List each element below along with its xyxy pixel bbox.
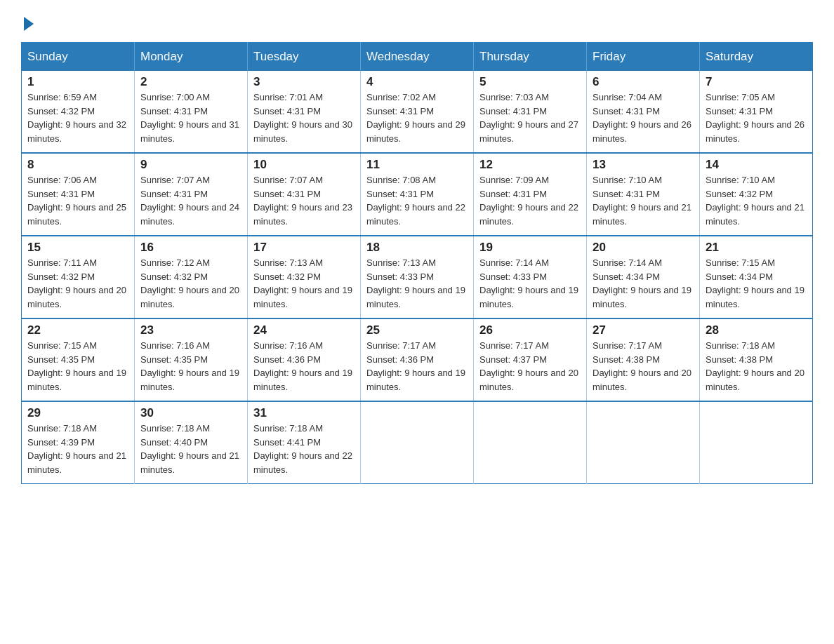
day-number: 23 xyxy=(140,323,241,337)
day-number: 11 xyxy=(366,158,468,172)
weekday-header-row: SundayMondayTuesdayWednesdayThursdayFrid… xyxy=(22,43,813,72)
day-info: Sunrise: 7:17 AMSunset: 4:36 PMDaylight:… xyxy=(366,340,465,392)
week-row-4: 22 Sunrise: 7:15 AMSunset: 4:35 PMDaylig… xyxy=(22,318,813,401)
calendar-cell xyxy=(700,401,813,484)
week-row-3: 15 Sunrise: 7:11 AMSunset: 4:32 PMDaylig… xyxy=(22,236,813,318)
day-number: 24 xyxy=(253,323,355,337)
calendar-cell: 21 Sunrise: 7:15 AMSunset: 4:34 PMDaylig… xyxy=(700,236,813,318)
calendar-cell: 15 Sunrise: 7:11 AMSunset: 4:32 PMDaylig… xyxy=(22,236,135,318)
page-header xyxy=(21,14,813,28)
day-number: 18 xyxy=(366,241,468,255)
logo xyxy=(21,14,34,28)
day-info: Sunrise: 7:18 AMSunset: 4:41 PMDaylight:… xyxy=(253,423,352,475)
week-row-1: 1 Sunrise: 6:59 AMSunset: 4:32 PMDayligh… xyxy=(22,71,813,153)
calendar-cell: 28 Sunrise: 7:18 AMSunset: 4:38 PMDaylig… xyxy=(700,318,813,401)
calendar-cell: 6 Sunrise: 7:04 AMSunset: 4:31 PMDayligh… xyxy=(587,71,700,153)
calendar-cell: 16 Sunrise: 7:12 AMSunset: 4:32 PMDaylig… xyxy=(135,236,248,318)
day-number: 1 xyxy=(27,75,128,89)
calendar-cell: 31 Sunrise: 7:18 AMSunset: 4:41 PMDaylig… xyxy=(248,401,361,484)
day-number: 5 xyxy=(479,75,581,89)
day-number: 31 xyxy=(253,406,355,420)
day-number: 9 xyxy=(140,158,241,172)
week-row-5: 29 Sunrise: 7:18 AMSunset: 4:39 PMDaylig… xyxy=(22,401,813,484)
weekday-header-sunday: Sunday xyxy=(22,43,135,72)
day-info: Sunrise: 7:17 AMSunset: 4:37 PMDaylight:… xyxy=(479,340,578,392)
calendar-cell: 24 Sunrise: 7:16 AMSunset: 4:36 PMDaylig… xyxy=(248,318,361,401)
calendar-cell: 2 Sunrise: 7:00 AMSunset: 4:31 PMDayligh… xyxy=(135,71,248,153)
day-info: Sunrise: 7:05 AMSunset: 4:31 PMDaylight:… xyxy=(706,92,805,144)
day-info: Sunrise: 7:17 AMSunset: 4:38 PMDaylight:… xyxy=(593,340,691,392)
calendar-table: SundayMondayTuesdayWednesdayThursdayFrid… xyxy=(21,42,813,484)
day-number: 12 xyxy=(479,158,581,172)
day-number: 25 xyxy=(366,323,468,337)
day-info: Sunrise: 7:06 AMSunset: 4:31 PMDaylight:… xyxy=(27,175,126,227)
day-info: Sunrise: 7:18 AMSunset: 4:40 PMDaylight:… xyxy=(140,423,239,475)
week-row-2: 8 Sunrise: 7:06 AMSunset: 4:31 PMDayligh… xyxy=(22,153,813,236)
day-number: 17 xyxy=(253,241,355,255)
calendar-cell: 20 Sunrise: 7:14 AMSunset: 4:34 PMDaylig… xyxy=(587,236,700,318)
calendar-cell: 14 Sunrise: 7:10 AMSunset: 4:32 PMDaylig… xyxy=(700,153,813,236)
calendar-cell xyxy=(361,401,474,484)
day-info: Sunrise: 7:10 AMSunset: 4:31 PMDaylight:… xyxy=(593,175,691,227)
calendar-cell: 27 Sunrise: 7:17 AMSunset: 4:38 PMDaylig… xyxy=(587,318,700,401)
weekday-header-saturday: Saturday xyxy=(700,43,813,72)
day-number: 26 xyxy=(479,323,581,337)
calendar-cell: 25 Sunrise: 7:17 AMSunset: 4:36 PMDaylig… xyxy=(361,318,474,401)
day-number: 27 xyxy=(593,323,694,337)
day-info: Sunrise: 7:15 AMSunset: 4:35 PMDaylight:… xyxy=(27,340,126,392)
day-number: 2 xyxy=(140,75,241,89)
weekday-header-thursday: Thursday xyxy=(474,43,587,72)
day-info: Sunrise: 7:13 AMSunset: 4:32 PMDaylight:… xyxy=(253,257,352,309)
day-number: 29 xyxy=(27,406,128,420)
day-info: Sunrise: 7:16 AMSunset: 4:35 PMDaylight:… xyxy=(140,340,239,392)
day-number: 20 xyxy=(593,241,694,255)
calendar-cell xyxy=(587,401,700,484)
day-info: Sunrise: 7:10 AMSunset: 4:32 PMDaylight:… xyxy=(706,175,805,227)
calendar-cell: 11 Sunrise: 7:08 AMSunset: 4:31 PMDaylig… xyxy=(361,153,474,236)
day-info: Sunrise: 7:00 AMSunset: 4:31 PMDaylight:… xyxy=(140,92,239,144)
day-info: Sunrise: 7:09 AMSunset: 4:31 PMDaylight:… xyxy=(479,175,578,227)
calendar-cell: 3 Sunrise: 7:01 AMSunset: 4:31 PMDayligh… xyxy=(248,71,361,153)
day-info: Sunrise: 7:15 AMSunset: 4:34 PMDaylight:… xyxy=(706,257,805,309)
calendar-cell: 10 Sunrise: 7:07 AMSunset: 4:31 PMDaylig… xyxy=(248,153,361,236)
day-number: 30 xyxy=(140,406,241,420)
calendar-cell: 30 Sunrise: 7:18 AMSunset: 4:40 PMDaylig… xyxy=(135,401,248,484)
calendar-cell: 9 Sunrise: 7:07 AMSunset: 4:31 PMDayligh… xyxy=(135,153,248,236)
calendar-cell: 29 Sunrise: 7:18 AMSunset: 4:39 PMDaylig… xyxy=(22,401,135,484)
calendar-cell: 23 Sunrise: 7:16 AMSunset: 4:35 PMDaylig… xyxy=(135,318,248,401)
day-number: 28 xyxy=(706,323,807,337)
day-number: 14 xyxy=(706,158,807,172)
calendar-cell xyxy=(474,401,587,484)
weekday-header-tuesday: Tuesday xyxy=(248,43,361,72)
day-info: Sunrise: 7:12 AMSunset: 4:32 PMDaylight:… xyxy=(140,257,239,309)
day-number: 4 xyxy=(366,75,468,89)
day-info: Sunrise: 7:18 AMSunset: 4:38 PMDaylight:… xyxy=(706,340,805,392)
day-number: 13 xyxy=(593,158,694,172)
day-number: 7 xyxy=(706,75,807,89)
calendar-cell: 12 Sunrise: 7:09 AMSunset: 4:31 PMDaylig… xyxy=(474,153,587,236)
calendar-cell: 18 Sunrise: 7:13 AMSunset: 4:33 PMDaylig… xyxy=(361,236,474,318)
calendar-cell: 8 Sunrise: 7:06 AMSunset: 4:31 PMDayligh… xyxy=(22,153,135,236)
calendar-cell: 22 Sunrise: 7:15 AMSunset: 4:35 PMDaylig… xyxy=(22,318,135,401)
calendar-cell: 5 Sunrise: 7:03 AMSunset: 4:31 PMDayligh… xyxy=(474,71,587,153)
day-info: Sunrise: 7:08 AMSunset: 4:31 PMDaylight:… xyxy=(366,175,465,227)
day-number: 8 xyxy=(27,158,128,172)
day-info: Sunrise: 7:07 AMSunset: 4:31 PMDaylight:… xyxy=(140,175,239,227)
day-info: Sunrise: 7:16 AMSunset: 4:36 PMDaylight:… xyxy=(253,340,352,392)
logo-arrow-icon xyxy=(24,17,34,31)
calendar-cell: 7 Sunrise: 7:05 AMSunset: 4:31 PMDayligh… xyxy=(700,71,813,153)
weekday-header-friday: Friday xyxy=(587,43,700,72)
day-info: Sunrise: 7:11 AMSunset: 4:32 PMDaylight:… xyxy=(27,257,126,309)
day-number: 15 xyxy=(27,241,128,255)
day-info: Sunrise: 7:14 AMSunset: 4:33 PMDaylight:… xyxy=(479,257,578,309)
calendar-cell: 4 Sunrise: 7:02 AMSunset: 4:31 PMDayligh… xyxy=(361,71,474,153)
weekday-header-monday: Monday xyxy=(135,43,248,72)
day-info: Sunrise: 7:01 AMSunset: 4:31 PMDaylight:… xyxy=(253,92,352,144)
day-info: Sunrise: 7:18 AMSunset: 4:39 PMDaylight:… xyxy=(27,423,126,475)
day-number: 3 xyxy=(253,75,355,89)
calendar-cell: 17 Sunrise: 7:13 AMSunset: 4:32 PMDaylig… xyxy=(248,236,361,318)
calendar-cell: 1 Sunrise: 6:59 AMSunset: 4:32 PMDayligh… xyxy=(22,71,135,153)
day-number: 16 xyxy=(140,241,241,255)
calendar-cell: 26 Sunrise: 7:17 AMSunset: 4:37 PMDaylig… xyxy=(474,318,587,401)
calendar-cell: 13 Sunrise: 7:10 AMSunset: 4:31 PMDaylig… xyxy=(587,153,700,236)
